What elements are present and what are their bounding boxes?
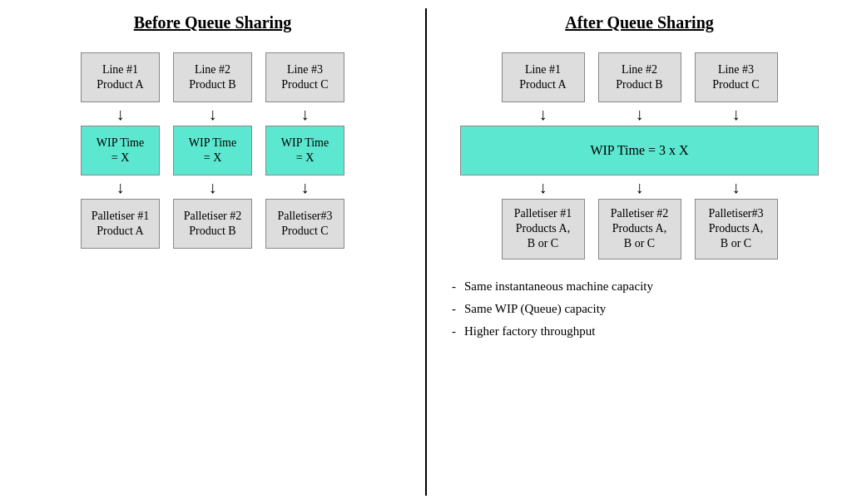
after-palletiser2-box: Palletiser #2Products A,B or C — [598, 199, 681, 259]
bullet-text-3: Higher factory throughput — [464, 324, 595, 338]
before-wip1-box: WIP Time= X — [81, 126, 160, 175]
before-palletiser3-box: Palletiser#3Product C — [265, 199, 344, 249]
before-palletiser2-box: Palletiser #2Product B — [173, 199, 252, 249]
after-top-arrows: ↓ ↓ ↓ — [452, 102, 827, 126]
before-arrow1-top: ↓ — [116, 102, 125, 126]
after-arrow2-top: ↓ — [598, 102, 681, 126]
bullet-item-2: - Same WIP (Queue) capacity — [452, 302, 835, 316]
before-arrow2-bottom: ↓ — [209, 175, 217, 199]
after-arrow1-bottom: ↓ — [502, 175, 585, 199]
after-bottom-row: Palletiser #1Products A,B or C Palletise… — [452, 199, 827, 259]
after-panel: After Queue Sharing Line #1Product A Lin… — [427, 0, 852, 504]
bullet-list: - Same instantaneous machine capacity - … — [443, 279, 835, 338]
bullet-text-2: Same WIP (Queue) capacity — [464, 302, 606, 316]
after-line1-box: Line #1Product A — [502, 52, 585, 102]
before-line1-box: Line #1Product A — [81, 52, 160, 102]
after-title: After Queue Sharing — [443, 13, 835, 32]
bullet-dash-1: - — [452, 279, 456, 294]
main-container: Before Queue Sharing Line #1Product A ↓ … — [0, 0, 852, 504]
before-panel: Before Queue Sharing Line #1Product A ↓ … — [0, 0, 425, 504]
bullet-dash-2: - — [452, 302, 456, 316]
after-arrow3-top: ↓ — [695, 102, 778, 126]
after-line3-box: Line #3Product C — [695, 52, 778, 102]
bullet-item-1: - Same instantaneous machine capacity — [452, 279, 835, 294]
before-arrow3-top: ↓ — [301, 102, 310, 126]
before-wip2-box: WIP Time= X — [173, 126, 252, 175]
before-col-1: Line #1Product A ↓ WIP Time= X ↓ Palleti… — [81, 52, 160, 249]
before-line2-box: Line #2Product B — [173, 52, 252, 102]
after-wip-row: WIP Time = 3 x X — [460, 126, 819, 175]
after-palletiser1-box: Palletiser #1Products A,B or C — [502, 199, 585, 259]
before-arrow3-bottom: ↓ — [301, 175, 310, 199]
bullet-dash-3: - — [452, 324, 456, 338]
bullet-text-1: Same instantaneous machine capacity — [464, 279, 653, 294]
after-arrow2-bottom: ↓ — [598, 175, 681, 199]
bullet-item-3: - Higher factory throughput — [452, 324, 835, 338]
before-wip3-box: WIP Time= X — [265, 126, 344, 175]
before-col-2: Line #2Product B ↓ WIP Time= X ↓ Palleti… — [173, 52, 252, 249]
after-bottom-arrows: ↓ ↓ ↓ — [452, 175, 827, 199]
before-title: Before Queue Sharing — [17, 13, 409, 32]
after-wip-box: WIP Time = 3 x X — [460, 126, 819, 175]
before-palletiser1-box: Palletiser #1Product A — [81, 199, 160, 249]
after-top-row: Line #1Product A Line #2Product B Line #… — [452, 52, 827, 102]
before-col-3: Line #3Product C ↓ WIP Time= X ↓ Palleti… — [265, 52, 344, 249]
after-line2-box: Line #2Product B — [598, 52, 681, 102]
before-diagram: Line #1Product A ↓ WIP Time= X ↓ Palleti… — [17, 52, 409, 249]
after-palletiser3-box: Palletiser#3Products A,B or C — [695, 199, 778, 259]
before-arrow1-bottom: ↓ — [116, 175, 125, 199]
before-line3-box: Line #3Product C — [265, 52, 344, 102]
before-arrow2-top: ↓ — [209, 102, 217, 126]
after-arrow1-top: ↓ — [502, 102, 585, 126]
after-arrow3-bottom: ↓ — [695, 175, 778, 199]
after-diagram: Line #1Product A Line #2Product B Line #… — [452, 52, 827, 259]
